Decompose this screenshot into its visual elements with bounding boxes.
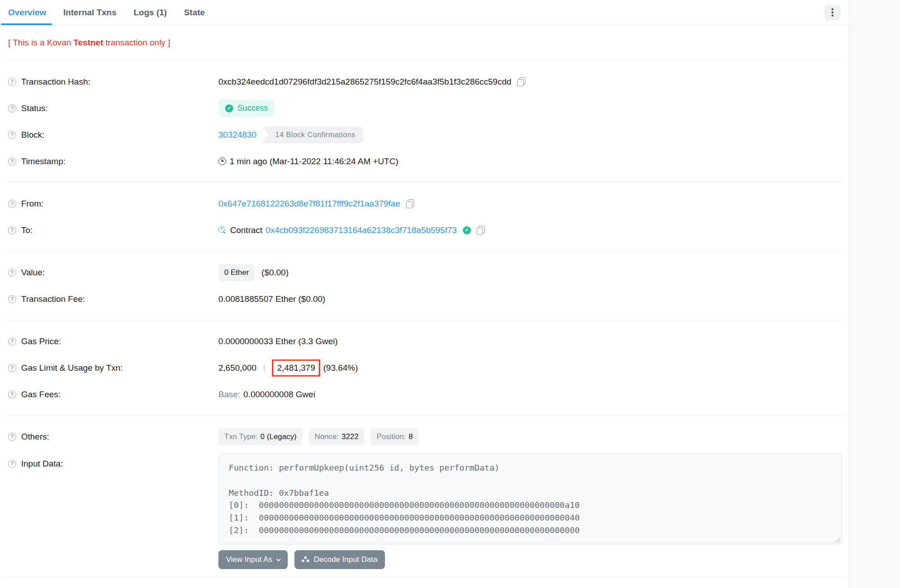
row-value: Value: 0 Ether ($0.00) [5, 259, 843, 286]
to-address-link[interactable]: 0x4cb093f226983713164a62138c3f718a5b595f… [266, 225, 457, 235]
row-transaction-hash: Transaction Hash: 0xcb324eedcd1d07296fdf… [5, 68, 843, 95]
gas-base-label: Base: [218, 390, 240, 399]
to-label: To: [21, 225, 32, 235]
section-addresses: From: 0x647e7168122263d8e7f81f17fff9c2f1… [5, 183, 843, 251]
transaction-hash-label: Transaction Hash: [21, 77, 90, 87]
help-icon[interactable] [8, 157, 16, 166]
status-value: Success [237, 103, 268, 113]
txn-type-label: Txn Type: [224, 432, 258, 441]
status-label: Status: [21, 103, 48, 113]
section-overview-top: Transaction Hash: 0xcb324eedcd1d07296fdf… [5, 61, 843, 183]
resize-handle[interactable] [835, 537, 840, 543]
input-data-actions: View Input As Decode Input Data [218, 550, 842, 569]
verified-check-icon [463, 226, 471, 234]
help-icon[interactable] [8, 433, 16, 441]
gas-used-highlight-box: 2,481,379 [272, 359, 320, 377]
more-options-button[interactable] [824, 5, 841, 20]
testnet-warning: [ This is a Kovan Testnet transaction on… [5, 25, 843, 61]
cubes-icon [302, 557, 309, 563]
help-icon[interactable] [8, 226, 16, 234]
row-status: Status: Success [5, 95, 843, 121]
gas-limit-label: Gas Limit & Usage by Txn: [21, 363, 123, 373]
decode-input-data-button[interactable]: Decode Input Data [294, 550, 385, 569]
status-badge: Success [218, 99, 275, 117]
help-icon[interactable] [8, 337, 16, 346]
gas-price-label: Gas Price: [21, 337, 61, 346]
tab-overview[interactable]: Overview [8, 0, 55, 25]
help-icon[interactable] [8, 269, 16, 277]
view-input-as-button[interactable]: View Input As [218, 550, 288, 569]
row-block: Block: 30324830 14 Block Confirmations [5, 121, 843, 148]
row-input-data: Input Data: Function: performUpkeep(uint… [5, 453, 843, 569]
help-icon[interactable] [8, 364, 16, 372]
block-label: Block: [21, 130, 45, 140]
gas-used-percent: (93.64%) [323, 363, 358, 373]
gas-base-value: 0.000000008 Gwei [244, 390, 316, 399]
help-icon[interactable] [8, 295, 16, 303]
help-icon[interactable] [8, 200, 16, 208]
position-label: Position: [376, 432, 406, 441]
gas-used-value: 2,481,379 [277, 363, 315, 373]
others-label: Others: [21, 432, 49, 442]
timestamp-value: 1 min ago (Mar-11-2022 11:46:24 AM +UTC) [230, 157, 398, 166]
copy-icon[interactable] [477, 226, 485, 235]
decode-input-data-label: Decode Input Data [314, 555, 378, 564]
from-label: From: [21, 199, 44, 209]
position-chip: Position: 8 [371, 428, 419, 445]
help-icon[interactable] [8, 104, 16, 112]
help-icon[interactable] [8, 460, 16, 468]
row-from: From: 0x647e7168122263d8e7f81f17fff9c2f1… [5, 190, 843, 217]
clock-icon [218, 157, 226, 165]
gas-limit-value: 2,650,000 [218, 363, 257, 373]
row-gas-fees: Gas Fees: Base: 0.000000008 Gwei [5, 381, 843, 408]
gas-separator: | [263, 363, 266, 373]
value-amount-chip: 0 Ether [218, 264, 255, 281]
input-data-content: Function: performUpkeep(uint256 id, byte… [229, 463, 580, 535]
input-data-label: Input Data: [21, 459, 63, 469]
kebab-icon [832, 11, 834, 13]
row-to: To: Contract 0x4cb093f226983713164a62138… [5, 217, 843, 243]
block-number-link[interactable]: 30324830 [218, 130, 257, 140]
zoom-in-icon[interactable] [218, 226, 226, 234]
tab-logs[interactable]: Logs (1) [125, 0, 176, 25]
gas-fees-label: Gas Fees: [21, 390, 61, 399]
timestamp-label: Timestamp: [21, 157, 66, 166]
testnet-warning-suffix: transaction only ] [105, 38, 170, 48]
card-bottom-padding [0, 577, 849, 588]
nonce-chip: Nonce: 3222 [309, 428, 365, 445]
transaction-fee-label: Transaction Fee: [21, 294, 85, 304]
section-gas: Gas Price: 0.0000000033 Ether (3.3 Gwei)… [5, 320, 843, 416]
to-type: Contract [230, 225, 262, 235]
help-icon[interactable] [8, 78, 16, 86]
input-data-textarea[interactable]: Function: performUpkeep(uint256 id, byte… [218, 453, 842, 544]
help-icon[interactable] [8, 391, 16, 399]
nonce-value: 3222 [342, 432, 359, 441]
row-gas-price: Gas Price: 0.0000000033 Ether (3.3 Gwei) [5, 328, 843, 355]
tab-internal-txns[interactable]: Internal Txns [55, 0, 125, 25]
txn-type-chip: Txn Type: 0 (Legacy) [218, 428, 303, 445]
copy-icon[interactable] [406, 199, 414, 208]
row-transaction-fee: Transaction Fee: 0.0081885507 Ether ($0.… [5, 286, 843, 312]
copy-icon[interactable] [517, 77, 525, 86]
chevron-down-icon [276, 557, 280, 561]
value-usd: ($0.00) [262, 268, 289, 278]
testnet-warning-prefix: [ This is a Kovan [8, 38, 71, 48]
help-icon[interactable] [8, 131, 16, 139]
row-others: Others: Txn Type: 0 (Legacy) Nonce: 3222… [5, 423, 843, 450]
section-value-fee: Value: 0 Ether ($0.00) Transaction Fee: … [5, 251, 843, 320]
gas-price-value: 0.0000000033 Ether (3.3 Gwei) [218, 337, 338, 346]
tab-state[interactable]: State [176, 0, 213, 25]
value-label: Value: [21, 268, 45, 278]
from-address-link[interactable]: 0x647e7168122263d8e7f81f17fff9c2f1aa379f… [218, 199, 400, 209]
nonce-label: Nonce: [315, 432, 339, 441]
tab-bar: Overview Internal Txns Logs (1) State [0, 0, 849, 25]
testnet-warning-bold: Testnet [73, 38, 103, 48]
transaction-hash-value: 0xcb324eedcd1d07296fdf3d215a2865275f159c… [218, 77, 511, 87]
row-timestamp: Timestamp: 1 min ago (Mar-11-2022 11:46:… [5, 148, 843, 175]
transaction-details-card: Overview Internal Txns Logs (1) State [ … [0, 0, 849, 588]
position-value: 8 [409, 432, 413, 441]
transaction-fee-value: 0.0081885507 Ether ($0.00) [218, 294, 326, 304]
check-circle-icon [225, 104, 233, 112]
row-gas-limit-usage: Gas Limit & Usage by Txn: 2,650,000 | 2,… [5, 355, 843, 381]
section-others-input: Others: Txn Type: 0 (Legacy) Nonce: 3222… [5, 416, 843, 577]
